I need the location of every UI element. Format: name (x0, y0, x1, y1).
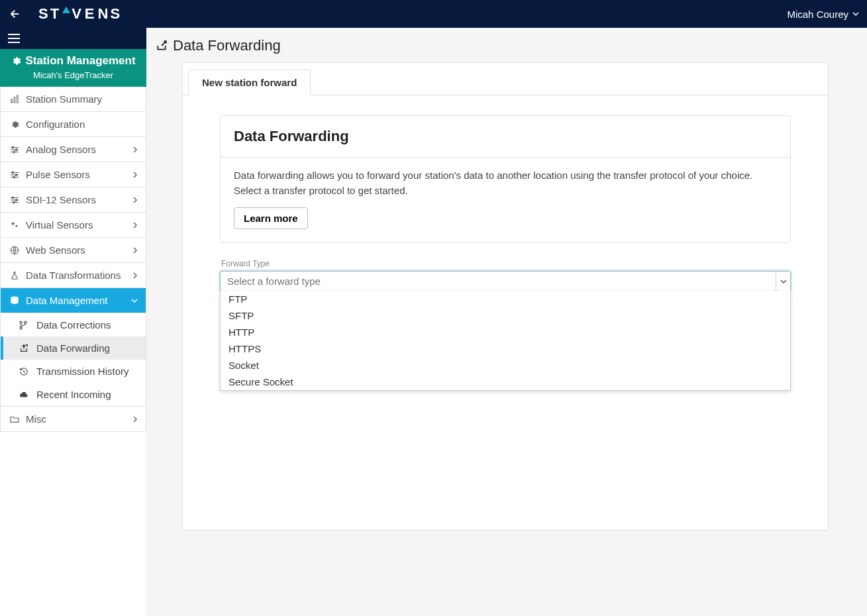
share-icon (19, 344, 31, 353)
nav-label: Data Transformations (26, 270, 121, 281)
subnav-data-forwarding[interactable]: Data Forwarding (1, 336, 146, 360)
tab-label: New station forward (202, 77, 297, 88)
nav-virtual-sensors[interactable]: Virtual Sensors (1, 213, 146, 238)
sliders-icon (9, 195, 21, 205)
sliders-icon (9, 170, 21, 180)
caret-right-icon (132, 146, 138, 153)
nav-label: Misc (26, 413, 46, 425)
nav-configuration[interactable]: Configuration (1, 112, 146, 137)
svg-point-12 (12, 222, 15, 225)
nav-label: Analog Sensors (26, 144, 96, 155)
subnav-label: Recent Incoming (36, 389, 111, 400)
hamburger-bar (0, 28, 146, 49)
flask-icon (9, 271, 21, 280)
svg-point-13 (15, 225, 17, 227)
forward-type-select[interactable]: FTP SFTP HTTP HTTPS Socket Secure Socket (220, 271, 791, 291)
svg-rect-1 (14, 97, 15, 103)
subnav-data-corrections[interactable]: Data Corrections (1, 313, 146, 336)
sidebar: Station Management Micah's EdgeTracker S… (0, 28, 146, 616)
option-secure-socket[interactable]: Secure Socket (221, 374, 790, 390)
svg-point-11 (13, 201, 15, 203)
cloud-icon (19, 390, 31, 399)
svg-point-18 (20, 327, 22, 329)
svg-point-9 (12, 197, 14, 199)
forward-type-input[interactable] (221, 272, 776, 291)
option-socket[interactable]: Socket (221, 357, 790, 374)
subnav-label: Transmission History (36, 366, 128, 377)
nav-label: Virtual Sensors (26, 219, 93, 231)
station-header: Station Management Micah's EdgeTracker (0, 49, 146, 87)
database-icon (9, 296, 21, 305)
forward-type-label: Forward Type (221, 259, 791, 268)
nav-analog-sensors[interactable]: Analog Sensors (1, 137, 146, 162)
svg-point-4 (15, 148, 17, 150)
info-box: Data Forwarding Data forwarding allows y… (220, 115, 791, 243)
folder-icon (9, 415, 21, 424)
nav-label: Data Management (26, 295, 107, 306)
caret-right-icon (132, 272, 138, 279)
logo-diamond-icon (62, 7, 70, 13)
option-http[interactable]: HTTP (221, 324, 790, 340)
subnav-recent-incoming[interactable]: Recent Incoming (1, 383, 146, 406)
tab-panel: Data Forwarding Data forwarding allows y… (183, 95, 828, 291)
caret-right-icon (132, 416, 138, 423)
svg-point-17 (25, 321, 26, 323)
caret-right-icon (132, 222, 138, 229)
nav-station-summary[interactable]: Station Summary (1, 87, 146, 112)
user-menu[interactable]: Micah Courey (787, 9, 859, 20)
tab-row: New station forward (183, 63, 828, 95)
tab-new-station-forward[interactable]: New station forward (188, 70, 311, 95)
caret-down-icon (131, 298, 138, 303)
nav-label: Station Summary (26, 93, 102, 105)
nav-label: Configuration (26, 119, 85, 130)
nav-sdi12-sensors[interactable]: SDI-12 Sensors (1, 187, 146, 213)
info-description: Data forwarding allows you to forward yo… (234, 168, 777, 198)
option-ftp[interactable]: FTP (221, 291, 790, 307)
svg-point-10 (15, 199, 17, 201)
nav-data-transformations[interactable]: Data Transformations (1, 263, 146, 288)
content-card: New station forward Data Forwarding Data… (182, 62, 829, 531)
svg-point-6 (12, 172, 14, 174)
svg-point-7 (15, 174, 17, 176)
subnav-transmission-history[interactable]: Transmission History (1, 360, 146, 383)
station-name: Micah's EdgeTracker (4, 70, 142, 80)
learn-more-button[interactable]: Learn more (234, 207, 308, 229)
svg-point-3 (12, 146, 14, 148)
top-bar: STVENS Micah Courey (0, 0, 867, 28)
info-heading: Data Forwarding (221, 116, 790, 158)
nav-list: Station Summary Configuration Analog Sen… (0, 87, 146, 432)
main-content: Data Forwarding New station forward Data… (146, 28, 867, 616)
caret-right-icon (132, 197, 138, 203)
option-sftp[interactable]: SFTP (221, 307, 790, 324)
nav-data-management[interactable]: Data Management (1, 288, 146, 313)
nav-web-sensors[interactable]: Web Sensors (1, 238, 146, 263)
data-management-subnav: Data Corrections Data Forwarding Transmi… (1, 313, 146, 407)
nav-label: SDI-12 Sensors (26, 194, 96, 205)
cogs-icon (9, 221, 21, 230)
share-icon (156, 40, 168, 52)
branch-icon (19, 321, 31, 330)
option-https[interactable]: HTTPS (221, 340, 790, 357)
hamburger-button[interactable] (8, 34, 20, 43)
button-label: Learn more (244, 213, 298, 224)
gear-icon (9, 120, 21, 129)
station-mgmt-label: Station Management (25, 54, 135, 68)
svg-point-8 (13, 176, 15, 178)
history-icon (19, 367, 31, 376)
nav-label: Pulse Sensors (26, 169, 90, 180)
station-icon (9, 95, 21, 104)
nav-pulse-sensors[interactable]: Pulse Sensors (1, 162, 146, 187)
svg-rect-2 (17, 95, 19, 102)
caret-down-icon (780, 279, 787, 284)
svg-point-16 (20, 321, 22, 323)
subnav-label: Data Corrections (36, 319, 111, 331)
dropdown-toggle[interactable] (776, 272, 790, 291)
nav-label: Web Sensors (26, 244, 85, 256)
svg-point-5 (13, 151, 15, 153)
caret-right-icon (132, 247, 138, 254)
page-title: Data Forwarding (156, 37, 855, 54)
back-button[interactable] (8, 7, 23, 21)
gear-icon (11, 56, 21, 66)
nav-misc[interactable]: Misc (1, 407, 146, 431)
globe-icon (9, 246, 21, 255)
